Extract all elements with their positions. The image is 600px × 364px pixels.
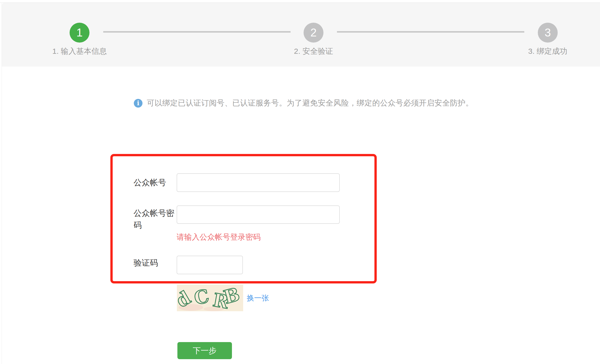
step-3-number: 3 — [545, 26, 551, 39]
captcha-graphic: dCRB — [177, 284, 243, 311]
next-step-button-label: 下一步 — [193, 345, 217, 356]
next-step-button[interactable]: 下一步 — [177, 342, 232, 359]
binding-notice: i 可以绑定已认证订阅号、已认证服务号。为了避免安全风险，绑定的公众号必须开启安… — [134, 98, 473, 108]
stepper-connector-1 — [103, 31, 291, 33]
step-2-number: 2 — [310, 26, 317, 39]
captcha-input[interactable] — [177, 256, 243, 274]
info-icon-glyph: i — [137, 99, 139, 107]
step-1-label: 1. 输入基本信息 — [16, 46, 143, 57]
captcha-field-label: 验证码 — [134, 257, 177, 269]
step-2-circle: 2 — [304, 23, 323, 43]
step-1-number: 1 — [76, 26, 83, 39]
notice-text: 可以绑定已认证订阅号、已认证服务号。为了避免安全风险，绑定的公众号必须开启安全防… — [147, 98, 473, 108]
step-2-label: 2. 安全验证 — [250, 46, 377, 57]
step-3-label: 3. 绑定成功 — [484, 46, 600, 57]
stepper-connector-2 — [337, 31, 524, 33]
captcha-refresh-link[interactable]: 换一张 — [247, 293, 269, 303]
password-error-message: 请输入公众帐号登录密码 — [177, 232, 261, 242]
step-3-circle: 3 — [538, 23, 558, 43]
stepper-header: 1 2 3 1. 输入基本信息 2. 安全验证 3. 绑定成功 — [2, 3, 600, 67]
account-field-label: 公众帐号 — [134, 177, 177, 189]
password-input[interactable] — [177, 205, 340, 224]
account-input[interactable] — [177, 173, 340, 192]
password-field-label: 公众帐号密码 — [134, 207, 177, 231]
captcha-image: dCRB — [177, 284, 243, 311]
info-icon: i — [134, 99, 142, 108]
step-1-circle: 1 — [70, 23, 89, 43]
